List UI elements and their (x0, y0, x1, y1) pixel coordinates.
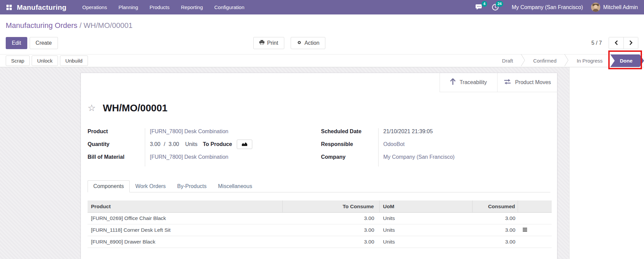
chatter-panel (569, 67, 644, 259)
pager-counter: 5 / 7 (591, 40, 602, 46)
menu-operations[interactable]: Operations (76, 0, 112, 14)
activities-clock-icon[interactable]: 24 (491, 3, 500, 12)
breadcrumb-parent-link[interactable]: Manufacturing Orders (6, 21, 77, 30)
scrap-button[interactable]: Scrap (6, 56, 30, 66)
responsible-link[interactable]: OdooBot (383, 141, 405, 147)
company-link[interactable]: My Company (San Francisco) (383, 154, 455, 160)
top-navbar: Manufacturing Operations Planning Produc… (0, 0, 644, 14)
column-actions (518, 200, 552, 212)
activities-badge: 24 (496, 1, 503, 7)
status-step-confirmed[interactable]: Confirmed (525, 54, 564, 67)
pager-next-button[interactable] (623, 37, 638, 49)
record-title: WH/MO/00001 (103, 103, 167, 114)
field-product: Product [FURN_7800] Desk Combination (88, 128, 317, 141)
bom-link[interactable]: [FURN_7800] Desk Combination (150, 154, 228, 160)
breadcrumb-current: WH/MO/00001 (84, 21, 133, 30)
forecast-chart-button[interactable] (237, 140, 252, 149)
menu-reporting[interactable]: Reporting (175, 0, 208, 14)
status-step-done-active[interactable]: Done (610, 54, 644, 67)
column-consumed[interactable]: Consumed (473, 200, 518, 212)
messages-icon[interactable]: 4 (475, 3, 483, 12)
field-scheduled-date: Scheduled Date 21/10/2021 21:39:05 (321, 128, 550, 141)
notebook: Components Work Orders By-Products Misce… (88, 180, 550, 248)
company-switcher[interactable]: My Company (San Francisco) (507, 4, 588, 10)
chevron-left-icon (614, 40, 618, 46)
pager-previous-button[interactable] (609, 37, 623, 49)
navbar-right: 4 24 My Company (San Francisco) Mitchell… (475, 3, 638, 12)
create-button[interactable]: Create (30, 37, 58, 49)
status-step-separator (521, 54, 525, 68)
breadcrumb: Manufacturing Orders / WH/MO/00001 (6, 21, 638, 30)
gear-icon (297, 40, 302, 46)
chevron-right-icon (629, 40, 633, 46)
quantity-planned: 3.00 (169, 141, 179, 147)
status-step-draft[interactable]: Draft (494, 54, 521, 67)
lot-details-icon[interactable] (523, 227, 527, 233)
field-company: Company My Company (San Francisco) (321, 154, 550, 166)
messages-badge: 4 (482, 1, 487, 7)
status-step-separator (564, 54, 569, 68)
menu-configuration[interactable]: Configuration (208, 0, 250, 14)
status-steps: Draft Confirmed In Progress Done (494, 54, 644, 67)
breadcrumb-separator: / (77, 21, 84, 30)
form-content: Traceability Product Moves ☆ WH/MO/00001… (0, 67, 644, 259)
print-button[interactable]: Print (253, 37, 284, 49)
status-step-in-progress[interactable]: In Progress (569, 54, 610, 67)
table-row[interactable]: [FURN_1118] Corner Desk Left Sit 3.00 Un… (88, 224, 552, 236)
favorite-star-icon[interactable]: ☆ (88, 104, 96, 113)
column-uom[interactable]: UoM (380, 200, 473, 212)
control-panel: Manufacturing Orders / WH/MO/00001 Edit … (0, 14, 644, 54)
edit-button[interactable]: Edit (6, 37, 27, 49)
table-row[interactable]: [FURN_0269] Office Chair Black 3.00 Unit… (88, 213, 552, 224)
unbuild-button[interactable]: Unbuild (60, 56, 88, 66)
column-product[interactable]: Product (88, 200, 283, 212)
table-row[interactable]: [FURN_8900] Drawer Black 3.00 Units 3.00 (88, 236, 552, 248)
scheduled-date-value: 21/10/2021 21:39:05 (383, 128, 433, 134)
form-statusbar: Scrap Unlock Unbuild Draft Confirmed In … (0, 54, 644, 67)
to-produce-label: To Produce (203, 141, 232, 147)
arrow-up-icon (450, 78, 456, 86)
unlock-button[interactable]: Unlock (32, 56, 58, 66)
field-group: Product [FURN_7800] Desk Combination Qua… (88, 128, 550, 166)
action-button[interactable]: Action (291, 37, 325, 49)
field-responsible: Responsible OdooBot (321, 141, 550, 154)
user-name: Mitchell Admin (603, 4, 638, 10)
tab-miscellaneous[interactable]: Miscellaneous (212, 180, 258, 192)
tab-components[interactable]: Components (88, 180, 130, 192)
user-avatar (591, 3, 600, 12)
form-sheet: Traceability Product Moves ☆ WH/MO/00001… (80, 73, 557, 259)
odoo-app-window: Manufacturing Operations Planning Produc… (0, 0, 644, 259)
field-bill-of-material: Bill of Material [FURN_7800] Desk Combin… (88, 154, 317, 166)
main-menu: Operations Planning Products Reporting C… (76, 0, 250, 14)
quantity-uom: Units (185, 141, 197, 147)
app-name[interactable]: Manufacturing (17, 3, 66, 11)
field-quantity: Quantity 3.00 / 3.00 Units To Produce (88, 141, 317, 154)
printer-icon (259, 40, 264, 46)
column-to-consume[interactable]: To Consume (283, 200, 380, 212)
traceability-button[interactable]: Traceability (440, 73, 497, 92)
table-header: Product To Consume UoM Consumed (88, 200, 552, 213)
smart-button-box: Traceability Product Moves (440, 73, 557, 92)
pager: 5 / 7 (591, 37, 638, 49)
components-table: Product To Consume UoM Consumed [FURN_02… (88, 200, 552, 248)
product-moves-button[interactable]: Product Moves (497, 73, 557, 92)
menu-planning[interactable]: Planning (113, 0, 144, 14)
menu-products[interactable]: Products (144, 0, 175, 14)
user-menu[interactable]: Mitchell Admin (591, 3, 638, 12)
exchange-icon (504, 79, 511, 86)
tab-by-products[interactable]: By-Products (171, 180, 212, 192)
area-chart-icon (242, 142, 247, 147)
sheet-background: Traceability Product Moves ☆ WH/MO/00001… (0, 67, 569, 259)
product-link[interactable]: [FURN_7800] Desk Combination (150, 128, 228, 134)
tab-work-orders[interactable]: Work Orders (130, 180, 171, 192)
quantity-produced: 3.00 (150, 141, 160, 147)
apps-grid-icon[interactable] (6, 4, 12, 10)
